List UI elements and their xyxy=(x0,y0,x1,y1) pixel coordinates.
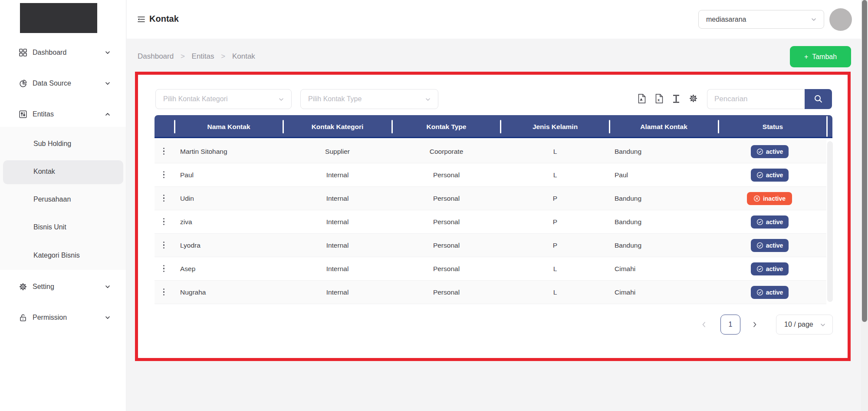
svg-text:x: x xyxy=(658,98,660,102)
